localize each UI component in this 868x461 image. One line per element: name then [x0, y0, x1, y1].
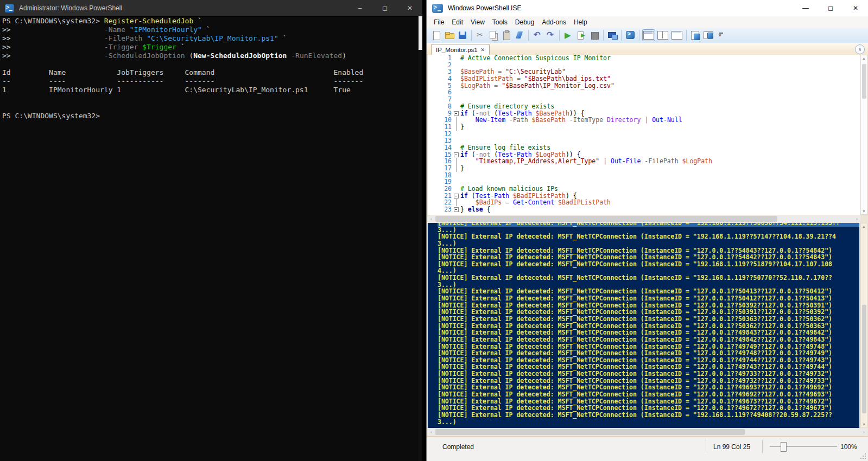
scroll-left-icon[interactable]: ‹ [428, 215, 435, 222]
editor-horizontal-scrollbar[interactable]: ‹ › [428, 215, 860, 222]
overflow-menu-icon[interactable] [716, 30, 727, 41]
cut-icon[interactable] [475, 30, 486, 41]
new-remote-powershell-tab-icon[interactable] [607, 30, 618, 41]
fold-guide [452, 82, 460, 89]
editor-line: 1# Active Connection Suspicous IP Monito… [428, 55, 860, 62]
terminal-line: Id Name JobTriggers Command Enabled [2, 68, 417, 77]
fold-collapse-icon[interactable] [452, 193, 460, 200]
menu-help[interactable]: Help [570, 17, 591, 27]
fold-collapse-icon[interactable] [452, 110, 460, 117]
line-number: 17 [428, 165, 452, 172]
terminal-output[interactable]: PS C:\WINDOWS\system32> Register-Schedul… [2, 17, 417, 461]
tab-ip-monitor[interactable]: IP_Monitor.ps1 × [431, 44, 490, 55]
fold-guide [452, 131, 460, 138]
screen: Administrator: Windows PowerShell – ◻ ✕ … [0, 0, 868, 461]
terminal-line: >> -FilePath "C:\SecurityLab\IP_Monitor.… [2, 34, 417, 43]
new-script-icon[interactable] [431, 30, 442, 41]
toolbar-separator [471, 30, 472, 41]
console-hscroll-thumb[interactable] [435, 429, 745, 435]
close-button[interactable]: ✕ [843, 0, 868, 16]
line-number: 23 [428, 206, 452, 213]
script-editor-pane[interactable]: 1# Active Connection Suspicous IP Monito… [428, 55, 860, 215]
run-selection-icon[interactable] [576, 30, 587, 41]
fold-guide [452, 68, 460, 75]
scroll-down-icon[interactable]: ▼ [861, 209, 867, 213]
open-script-icon[interactable] [444, 30, 455, 41]
menu-tools[interactable]: Tools [489, 17, 511, 27]
code-text: } [460, 165, 464, 172]
fold-guide [452, 103, 460, 110]
editor-vertical-scrollbar[interactable]: ▲ ▼ [860, 55, 867, 215]
minimize-button[interactable]: – [347, 0, 372, 16]
clear-console-pane-icon[interactable] [514, 30, 525, 41]
stop-operation-icon[interactable] [589, 30, 600, 41]
scroll-up-icon[interactable]: ▲ [861, 225, 867, 228]
zoom-slider[interactable] [770, 446, 837, 447]
code-text: } else { [460, 206, 490, 213]
fold-guide [452, 89, 460, 96]
terminal-scrollbar[interactable] [419, 16, 422, 461]
menu-add-ons[interactable]: Add-ons [538, 17, 570, 27]
line-number: 14 [428, 144, 452, 151]
console-vertical-scrollbar[interactable]: ▲ ▼ [860, 223, 867, 428]
undo-icon[interactable] [532, 30, 543, 41]
show-command-window-icon[interactable] [703, 30, 714, 41]
fold-guide [452, 144, 460, 151]
terminal-titlebar: Administrator: Windows PowerShell – ◻ ✕ [0, 0, 422, 17]
show-script-pane-maximized-icon[interactable] [671, 30, 683, 41]
cursor-position: Ln 99 Col 25 [713, 443, 750, 451]
editor-line: 18 [428, 172, 860, 179]
console-vscroll-thumb[interactable] [862, 305, 866, 413]
show-script-pane-right-icon[interactable] [657, 30, 669, 41]
terminal-line [2, 103, 417, 112]
console-line: [NOTICE] External IP deteceted: MSFT_Net… [438, 412, 859, 419]
editor-vscroll-thumb[interactable] [862, 64, 866, 99]
maximize-button[interactable]: ◻ [818, 0, 843, 16]
terminal-scrollbar-thumb[interactable] [419, 16, 422, 50]
terminal-line: PS C:\WINDOWS\system32> [2, 112, 417, 120]
status-separator [706, 440, 706, 453]
save-script-icon[interactable] [457, 30, 468, 41]
menu-debug[interactable]: Debug [511, 17, 538, 27]
scroll-left-icon[interactable]: ‹ [428, 428, 435, 436]
scroll-right-icon[interactable]: › [853, 215, 860, 222]
menu-view[interactable]: View [467, 17, 489, 27]
fold-guide [452, 75, 460, 82]
console-pane[interactable]: [NOTICE] External IP deteceted: MSFT_Net… [428, 223, 859, 428]
scroll-right-icon[interactable]: › [860, 428, 867, 436]
line-number: 4 [428, 75, 452, 82]
console-line: [NOTICE] External IP deteceted: MSFT_Net… [438, 350, 859, 357]
copy-icon[interactable] [488, 30, 499, 41]
fold-collapse-icon[interactable] [452, 206, 460, 213]
zoom-slider-thumb[interactable] [781, 442, 787, 452]
menu-file[interactable]: File [430, 17, 448, 27]
editor-line: 23} else { [428, 206, 860, 213]
editor-hscroll-thumb[interactable] [435, 216, 777, 222]
paste-icon[interactable] [501, 30, 512, 41]
scroll-up-icon[interactable]: ▲ [861, 56, 867, 60]
show-script-pane-top-icon[interactable] [643, 30, 655, 41]
collapse-script-pane-button[interactable]: ∧ [855, 44, 865, 54]
console-horizontal-scrollbar[interactable]: ‹ › [428, 428, 867, 436]
maximize-button[interactable]: ◻ [372, 0, 397, 16]
fold-guide [452, 158, 460, 165]
start-powershell-exe-icon[interactable] [625, 30, 636, 41]
terminal-line: >> -Name "IPMonitorHourly" ` [2, 25, 417, 34]
code-text: New-Item -Path $BasePath -ItemType Direc… [460, 117, 682, 124]
scroll-down-icon[interactable]: ▼ [861, 422, 867, 426]
resize-grip-icon[interactable] [860, 453, 866, 459]
tab-close-icon[interactable]: × [481, 46, 485, 54]
line-number: 20 [428, 185, 452, 193]
editor-line: 22 $BadIPs = Get-Content $BadIPListPath [428, 199, 860, 206]
menu-edit[interactable]: Edit [448, 17, 467, 27]
fold-collapse-icon[interactable] [452, 151, 460, 158]
toolbar-separator [528, 30, 529, 41]
redo-icon[interactable] [545, 30, 556, 41]
run-script-icon[interactable] [563, 30, 574, 41]
close-button[interactable]: ✕ [397, 0, 422, 16]
status-message: Completed [442, 443, 474, 451]
minimize-button[interactable]: — [793, 0, 818, 16]
status-separator [762, 440, 763, 453]
new-powershell-tab-icon[interactable] [690, 30, 701, 41]
console-line: [NOTICE] External IP deteceted: MSFT_Net… [438, 316, 859, 323]
